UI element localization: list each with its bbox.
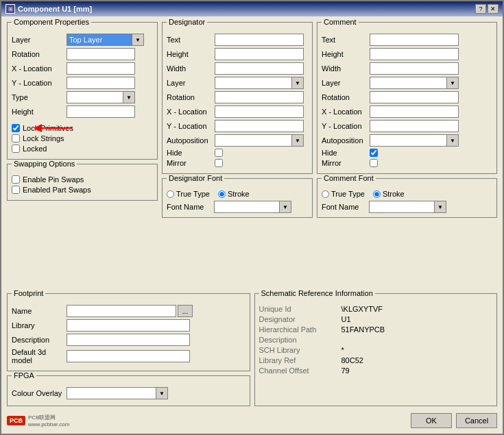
com-autoposition-input[interactable]: Manual bbox=[370, 134, 446, 147]
layer-value[interactable]: Top Layer bbox=[67, 34, 132, 46]
fp-name-input[interactable]: DIP40H bbox=[67, 305, 176, 317]
footprint-content: Name DIP40H ... Library mini80E V3.PcbLi… bbox=[12, 305, 245, 364]
com-y-input[interactable]: 61.9887mm bbox=[370, 120, 459, 132]
fpga-content: Colour Overlay None ▼ bbox=[12, 387, 245, 399]
component-properties-title: Component Properties bbox=[12, 18, 91, 26]
fp-3d-input[interactable] bbox=[67, 350, 190, 362]
swapping-options-panel: Swapping Options Enable Pin Swaps Enable… bbox=[7, 164, 158, 201]
lock-strings-checkbox[interactable] bbox=[12, 134, 20, 142]
enable-pin-swaps-row: Enable Pin Swaps bbox=[12, 175, 153, 184]
des-text-row: Text U1 bbox=[167, 34, 308, 46]
des-hide-checkbox[interactable] bbox=[215, 149, 223, 157]
com-autoposition-dropdown-btn[interactable]: ▼ bbox=[446, 134, 459, 147]
com-x-input[interactable]: 37.2491mm bbox=[370, 105, 459, 118]
des-text-input[interactable]: U1 bbox=[215, 34, 304, 46]
des-autoposition-input[interactable]: Manual bbox=[215, 134, 291, 147]
title-bar-left: ⊞ Component U1 [mm] bbox=[5, 4, 92, 14]
enabled-part-swaps-checkbox[interactable] bbox=[12, 186, 20, 194]
rotation-input[interactable]: 270.000 bbox=[67, 48, 135, 60]
com-width-input[interactable]: 0.254mm bbox=[370, 62, 459, 75]
des-stroke-label: Stroke bbox=[228, 190, 250, 198]
swapping-options-title: Swapping Options bbox=[12, 160, 77, 168]
des-mirror-checkbox[interactable] bbox=[215, 159, 223, 167]
colour-overlay-input[interactable]: None bbox=[67, 387, 156, 399]
des-layer-dropdown-btn[interactable]: ▼ bbox=[291, 77, 304, 89]
com-stroke-radio[interactable] bbox=[373, 190, 381, 198]
des-height-input[interactable]: 1.524mm bbox=[215, 48, 304, 60]
layer-row: Layer Top Layer ▼ bbox=[12, 34, 153, 46]
designator-title: Designator bbox=[167, 18, 207, 26]
fp-description-label: Description bbox=[12, 336, 67, 344]
des-rotation-input[interactable]: 270.000 bbox=[215, 91, 304, 103]
ok-button[interactable]: OK bbox=[411, 413, 452, 428]
des-width-input[interactable]: 0.254mm bbox=[215, 62, 304, 75]
height-input[interactable]: 5mm bbox=[67, 105, 135, 118]
com-autoposition-combo: Manual ▼ bbox=[370, 134, 459, 147]
des-stroke-radio[interactable] bbox=[218, 190, 226, 198]
type-label: Type bbox=[12, 93, 67, 101]
com-layer-dropdown-btn[interactable]: ▼ bbox=[446, 77, 459, 89]
des-y-input[interactable]: 61.9887mm bbox=[215, 120, 304, 132]
enable-pin-swaps-checkbox[interactable] bbox=[12, 175, 20, 184]
com-layer-input[interactable]: Top Overlay bbox=[370, 77, 446, 89]
fp-3d-label: Default 3d model bbox=[12, 348, 67, 364]
fp-description-input[interactable] bbox=[67, 334, 190, 346]
com-font-name-combo: Default ▼ bbox=[369, 201, 446, 213]
colour-overlay-dropdown-btn[interactable]: ▼ bbox=[156, 387, 168, 399]
des-font-name-label: Font Name bbox=[167, 203, 211, 211]
des-font-name-input[interactable]: Default bbox=[214, 201, 279, 213]
com-text-input[interactable]: 80C52 bbox=[370, 34, 459, 46]
layer-dropdown-btn[interactable]: ▼ bbox=[132, 34, 144, 46]
fp-library-input[interactable]: mini80E V3.PcbLib bbox=[67, 319, 190, 332]
fpga-title: FPGA bbox=[12, 371, 36, 380]
comment-content: Text 80C52 Height 1.524mm Width 0.254mm bbox=[322, 34, 492, 167]
com-layer-row: Layer Top Overlay ▼ bbox=[322, 77, 492, 89]
type-dropdown-btn[interactable]: ▼ bbox=[123, 91, 135, 103]
com-hide-checkbox[interactable] bbox=[370, 149, 378, 157]
com-rotation-input[interactable]: 270.000 bbox=[370, 91, 459, 103]
sch-designator-label: Designator bbox=[259, 315, 341, 323]
fp-browse-button[interactable]: ... bbox=[178, 305, 193, 317]
lock-primitives-checkbox[interactable] bbox=[12, 124, 20, 132]
des-font-dropdown-btn[interactable]: ▼ bbox=[279, 201, 291, 213]
designator-font-panel: Designator Font True Type Stroke bbox=[162, 178, 313, 218]
close-button[interactable]: ✕ bbox=[488, 4, 499, 14]
locked-checkbox[interactable] bbox=[12, 145, 20, 153]
type-input[interactable]: Standard bbox=[67, 91, 123, 103]
des-true-type-radio[interactable] bbox=[167, 190, 174, 198]
cancel-button[interactable]: Cancel bbox=[456, 413, 497, 428]
com-font-name-input[interactable]: Default bbox=[369, 201, 434, 213]
x-location-input[interactable]: 95.9612mm bbox=[67, 62, 135, 75]
des-layer-label: Layer bbox=[167, 79, 215, 87]
y-location-input[interactable]: 58.039mm bbox=[67, 77, 135, 89]
enabled-part-swaps-label: Enabled Part Swaps bbox=[23, 186, 91, 194]
des-x-location-row: X - Location 121.2215mm bbox=[167, 105, 308, 118]
fp-description-row: Description bbox=[12, 334, 245, 346]
des-font-radio-group: True Type Stroke bbox=[167, 190, 308, 198]
com-true-type-radio[interactable] bbox=[322, 190, 329, 198]
com-layer-label: Layer bbox=[322, 79, 370, 87]
com-mirror-checkbox[interactable] bbox=[370, 159, 378, 167]
com-stroke-option: Stroke bbox=[373, 190, 405, 198]
des-y-label: Y - Location bbox=[167, 122, 215, 130]
des-layer-input[interactable]: Top Overlay bbox=[215, 77, 291, 89]
des-hide-row: Hide bbox=[167, 149, 308, 157]
sch-description-label: Description bbox=[259, 336, 341, 344]
des-autoposition-dropdown-btn[interactable]: ▼ bbox=[291, 134, 304, 147]
fp-name-row: Name DIP40H ... bbox=[12, 305, 245, 317]
des-x-input[interactable]: 121.2215mm bbox=[215, 105, 304, 118]
com-stroke-label: Stroke bbox=[383, 190, 405, 198]
com-height-input[interactable]: 1.524mm bbox=[370, 48, 459, 60]
pcb-logo: PCB bbox=[7, 416, 25, 425]
sch-library-ref-row: Library Ref 80C52 bbox=[259, 356, 493, 364]
middle-column: Designator Text U1 Height 1.524mm Width bbox=[162, 22, 313, 289]
sch-designator-row: Designator U1 bbox=[259, 315, 493, 323]
designator-panel: Designator Text U1 Height 1.524mm Width bbox=[162, 22, 313, 174]
enable-pin-swaps-label: Enable Pin Swaps bbox=[23, 175, 84, 184]
rotation-label: Rotation bbox=[12, 50, 67, 58]
help-button[interactable]: ? bbox=[475, 4, 486, 14]
title-buttons: ? ✕ bbox=[475, 4, 499, 14]
designator-font-title: Designator Font bbox=[167, 174, 224, 182]
com-font-dropdown-btn[interactable]: ▼ bbox=[434, 201, 446, 213]
sch-unique-id-value: \KLGXYTVF bbox=[341, 305, 383, 313]
